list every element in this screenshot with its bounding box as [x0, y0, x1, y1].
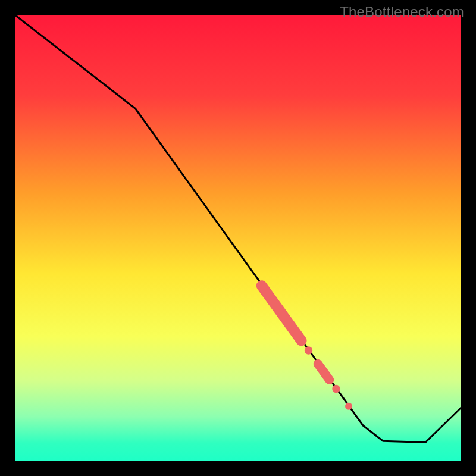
plot-area — [15, 15, 461, 461]
chart-svg — [15, 15, 461, 461]
watermark-text: TheBottleneck.com — [340, 4, 464, 20]
highlight-dot — [305, 346, 313, 355]
chart-frame: TheBottleneck.com — [0, 0, 476, 476]
gradient-background — [15, 15, 461, 461]
highlight-dot — [332, 385, 340, 393]
highlight-dot — [345, 403, 352, 410]
